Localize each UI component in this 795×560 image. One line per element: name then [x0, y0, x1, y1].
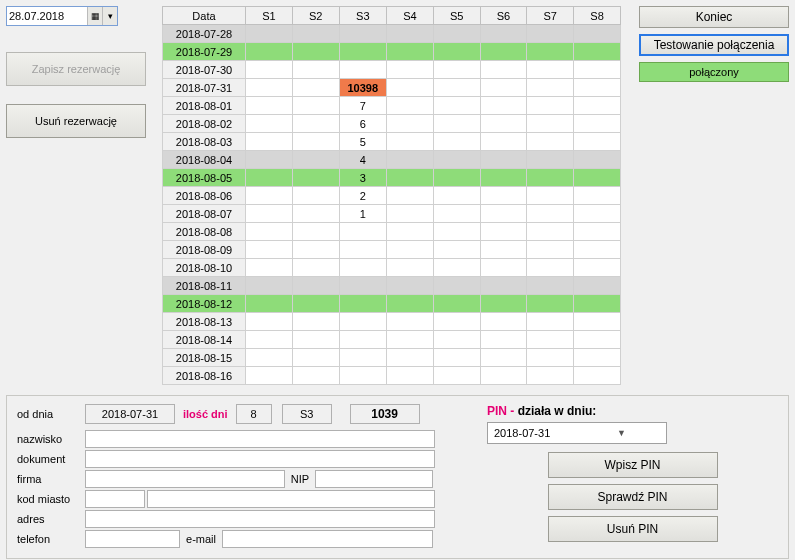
slot-cell[interactable]: [245, 79, 292, 97]
delete-reservation-button[interactable]: Usuń rezerwację: [6, 104, 146, 138]
slot-cell[interactable]: [480, 367, 527, 385]
table-row[interactable]: 2018-08-09: [163, 241, 621, 259]
slot-cell[interactable]: [245, 331, 292, 349]
slot-cell[interactable]: [480, 97, 527, 115]
slot-cell[interactable]: [574, 79, 621, 97]
slot-cell[interactable]: [527, 97, 574, 115]
col-header-s4[interactable]: S4: [386, 7, 433, 25]
date-cell[interactable]: 2018-08-07: [163, 205, 246, 223]
date-cell[interactable]: 2018-07-29: [163, 43, 246, 61]
slot-cell[interactable]: [386, 97, 433, 115]
chevron-down-icon[interactable]: ▼: [577, 428, 666, 438]
test-connection-button[interactable]: Testowanie połączenia: [639, 34, 789, 56]
date-cell[interactable]: 2018-08-10: [163, 259, 246, 277]
slot-cell[interactable]: [386, 133, 433, 151]
chevron-down-icon[interactable]: ▾: [102, 7, 117, 25]
date-cell[interactable]: 2018-08-05: [163, 169, 246, 187]
slot-cell[interactable]: [574, 25, 621, 43]
slot-cell[interactable]: [386, 313, 433, 331]
slot-cell[interactable]: [574, 205, 621, 223]
table-row[interactable]: 2018-08-10: [163, 259, 621, 277]
slot-cell[interactable]: [433, 25, 480, 43]
table-row[interactable]: 2018-08-12: [163, 295, 621, 313]
col-header-s8[interactable]: S8: [574, 7, 621, 25]
slot-cell[interactable]: [292, 133, 339, 151]
date-cell[interactable]: 2018-08-12: [163, 295, 246, 313]
slot-cell[interactable]: [245, 241, 292, 259]
slot-cell[interactable]: [245, 349, 292, 367]
slot-cell[interactable]: [527, 223, 574, 241]
slot-cell[interactable]: [480, 169, 527, 187]
date-cell[interactable]: 2018-08-02: [163, 115, 246, 133]
slot-cell[interactable]: [527, 205, 574, 223]
slot-cell[interactable]: [433, 223, 480, 241]
slot-cell[interactable]: [245, 169, 292, 187]
slot-cell[interactable]: [527, 241, 574, 259]
slot-cell[interactable]: [480, 115, 527, 133]
slot-cell[interactable]: [480, 205, 527, 223]
table-row[interactable]: 2018-08-026: [163, 115, 621, 133]
table-row[interactable]: 2018-08-062: [163, 187, 621, 205]
slot-cell[interactable]: [292, 169, 339, 187]
slot-cell[interactable]: 4: [339, 151, 386, 169]
slot-cell[interactable]: [527, 25, 574, 43]
slot-cell[interactable]: [433, 151, 480, 169]
slot-cell[interactable]: [292, 313, 339, 331]
slot-cell[interactable]: [574, 277, 621, 295]
table-row[interactable]: 2018-07-29: [163, 43, 621, 61]
phone-input[interactable]: [85, 530, 180, 548]
slot-cell[interactable]: [574, 97, 621, 115]
slot-cell[interactable]: [245, 43, 292, 61]
slot-cell[interactable]: [574, 223, 621, 241]
enter-pin-button[interactable]: Wpisz PIN: [548, 452, 718, 478]
slot-cell[interactable]: [245, 187, 292, 205]
slot-cell[interactable]: [292, 331, 339, 349]
table-row[interactable]: 2018-08-044: [163, 151, 621, 169]
slot-cell[interactable]: [433, 295, 480, 313]
date-cell[interactable]: 2018-08-13: [163, 313, 246, 331]
slot-cell[interactable]: [292, 151, 339, 169]
slot-cell[interactable]: [527, 133, 574, 151]
slot-cell[interactable]: [292, 79, 339, 97]
slot-cell[interactable]: [386, 367, 433, 385]
slot-cell[interactable]: [292, 43, 339, 61]
slot-cell[interactable]: [386, 205, 433, 223]
slot-cell[interactable]: [433, 313, 480, 331]
slot-cell[interactable]: 2: [339, 187, 386, 205]
slot-cell[interactable]: [433, 169, 480, 187]
slot-cell[interactable]: [292, 259, 339, 277]
address-input[interactable]: [85, 510, 435, 528]
slot-cell[interactable]: [574, 295, 621, 313]
table-row[interactable]: 2018-07-28: [163, 25, 621, 43]
slot-cell[interactable]: [574, 133, 621, 151]
slot-cell[interactable]: [245, 367, 292, 385]
slot-cell[interactable]: [574, 115, 621, 133]
slot-cell[interactable]: [574, 241, 621, 259]
slot-cell[interactable]: [292, 187, 339, 205]
slot-cell[interactable]: [480, 43, 527, 61]
slot-cell[interactable]: [527, 367, 574, 385]
slot-cell[interactable]: [339, 259, 386, 277]
slot-cell[interactable]: [574, 169, 621, 187]
slot-cell[interactable]: [292, 277, 339, 295]
slot-cell[interactable]: [245, 259, 292, 277]
slot-cell[interactable]: [339, 277, 386, 295]
table-row[interactable]: 2018-08-14: [163, 331, 621, 349]
col-header-data[interactable]: Data: [163, 7, 246, 25]
reservation-grid[interactable]: DataS1S2S3S4S5S6S7S8 2018-07-282018-07-2…: [162, 6, 621, 385]
date-cell[interactable]: 2018-07-28: [163, 25, 246, 43]
slot-cell[interactable]: [386, 115, 433, 133]
slot-cell[interactable]: [527, 349, 574, 367]
slot-cell[interactable]: [245, 277, 292, 295]
slot-cell[interactable]: [339, 25, 386, 43]
slot-cell[interactable]: [339, 349, 386, 367]
slot-cell[interactable]: [574, 331, 621, 349]
slot-cell[interactable]: [480, 61, 527, 79]
slot-cell[interactable]: [574, 151, 621, 169]
slot-cell[interactable]: [339, 331, 386, 349]
date-input[interactable]: [7, 7, 87, 25]
slot-cell[interactable]: [292, 97, 339, 115]
slot-cell[interactable]: [386, 295, 433, 313]
slot-cell[interactable]: [245, 151, 292, 169]
slot-cell[interactable]: [386, 169, 433, 187]
